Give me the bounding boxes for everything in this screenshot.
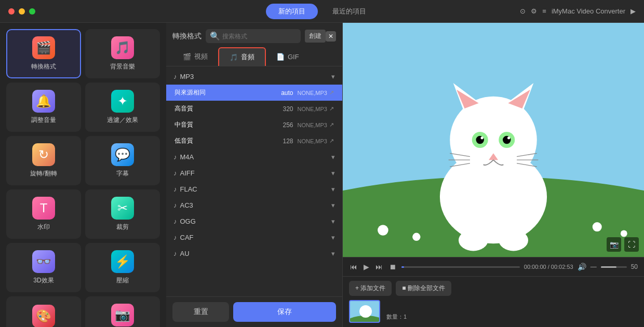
sidebar-item-screenshot[interactable]: 📷 截屏 [85, 296, 160, 327]
format-sub-item-mp3-high[interactable]: 高音質 320 NONE,MP3 ↗ [166, 101, 342, 117]
gif-tab-icon: 📄 [276, 53, 285, 61]
window-controls [8, 8, 35, 15]
sidebar-item-rotate[interactable]: ↻ 旋轉/翻轉 [6, 136, 81, 185]
search-input[interactable] [222, 33, 297, 40]
tab-recent-project[interactable]: 最近的項目 [320, 4, 379, 19]
sidebar-item-3d[interactable]: 👓 3D效果 [6, 243, 81, 292]
format-footer: 重置 保存 [166, 296, 342, 327]
format-group-caf-header[interactable]: ♪CAF [166, 229, 342, 246]
app-logo-icon: ▶ [630, 7, 636, 15]
sidebar-item-volume[interactable]: 🔔 調整音量 [6, 83, 81, 132]
volume-bar[interactable] [601, 266, 627, 268]
format-group-mp3: ♪MP3 與來源相同 auto NONE,MP3 ↗ 高音質 320 NONE,… [166, 69, 342, 149]
format-group-ac3: ♪AC3 [166, 197, 342, 213]
aiff-chevron-icon [331, 169, 335, 177]
mp3-mid-edit-icon[interactable]: ↗ [329, 121, 334, 128]
preview-area: 📷 ⛶ ⏮ ▶ ⏭ ⏹ 00:00:00 / 00:02:53 🔊 — 50 [343, 23, 644, 327]
delete-all-button[interactable]: ■ 刪除全部文件 [396, 281, 451, 296]
svg-point-13 [507, 137, 510, 139]
create-button[interactable]: 創建 [305, 30, 326, 43]
skip-forward-button[interactable]: ⏭ [374, 262, 384, 272]
play-button[interactable]: ▶ [363, 262, 370, 272]
fullscreen-icon-button[interactable]: ⛶ [624, 237, 639, 252]
m4a-format-icon: ♪ [173, 153, 177, 161]
id3-icon: 🎨 [32, 305, 55, 328]
minimize-dot[interactable] [19, 8, 25, 15]
stop-button[interactable]: ⏹ [388, 262, 397, 272]
rotate-icon: ↻ [32, 143, 55, 166]
caf-chevron-icon [331, 234, 335, 241]
format-sub-item-mp3-mid[interactable]: 中音質 256 NONE,MP3 ↗ [166, 117, 342, 133]
sidebar-item-bgmusic[interactable]: 🎵 背景音樂 [85, 29, 160, 78]
mp3-low-edit-icon[interactable]: ↗ [329, 138, 334, 144]
format-group-ogg: ♪OGG [166, 213, 342, 229]
save-button[interactable]: 保存 [233, 302, 336, 322]
sidebar-item-convert[interactable]: 🎬 轉換格式 [6, 29, 81, 78]
format-group-mp3-header[interactable]: ♪MP3 [166, 69, 342, 85]
file-area: + 添加文件 ■ 刪除全部文件 數量：1 [343, 276, 644, 327]
file-count-label: 數量：1 [386, 314, 407, 320]
format-group-m4a-header[interactable]: ♪M4A [166, 149, 342, 165]
search-box[interactable]: 🔍 [206, 29, 301, 43]
ac3-chevron-icon [331, 201, 335, 209]
camera-icon-button[interactable]: 📷 [607, 237, 621, 252]
format-group-au-header[interactable]: ♪AU [166, 246, 342, 262]
reset-button[interactable]: 重置 [172, 302, 229, 322]
player-controls: ⏮ ▶ ⏭ ⏹ 00:00:00 / 00:02:53 🔊 — 50 [343, 257, 644, 276]
svg-point-23 [378, 225, 388, 236]
mp3-same-label: 與來源相同 [175, 88, 281, 97]
mp3-low-value: 128 [283, 138, 293, 145]
search-icon: 🔍 [210, 31, 220, 41]
volume-fill [601, 266, 616, 268]
format-group-ogg-header[interactable]: ♪OGG [166, 213, 342, 229]
sidebar-item-filter[interactable]: ✦ 過濾／效果 [85, 83, 160, 132]
file-thumbnail-1[interactable] [349, 300, 382, 323]
main-area: 🎬 轉換格式 🎵 背景音樂 🔔 調整音量 ✦ 過濾／效果 ↻ 旋轉/翻轉 💬 字… [0, 23, 644, 327]
account-icon[interactable]: ⊙ [520, 7, 526, 15]
progress-bar[interactable] [401, 266, 520, 268]
format-group-ac3-header[interactable]: ♪AC3 [166, 197, 342, 213]
sidebar-item-id3[interactable]: 🎨 ID3 [6, 296, 81, 327]
svg-point-22 [499, 229, 528, 251]
format-group-aiff-header[interactable]: ♪AIFF [166, 165, 342, 181]
mp3-high-codec: NONE,MP3 [298, 106, 327, 112]
mp3-same-edit-icon[interactable]: ↗ [329, 89, 334, 96]
bgmusic-icon: 🎵 [111, 36, 134, 59]
tab-gif[interactable]: 📄 GIF [266, 47, 310, 66]
file-thumbnails: 數量：1 [349, 300, 638, 323]
menu-icon[interactable]: ≡ [542, 7, 546, 15]
titlebar-right: ⊙ ⚙ ≡ iMyMac Video Converter ▶ [520, 7, 636, 15]
sidebar-item-crop[interactable]: ✂ 裁剪 [85, 189, 160, 239]
mp3-mid-label: 中音質 [175, 120, 283, 129]
skip-back-button[interactable]: ⏮ [349, 262, 358, 272]
format-sub-item-mp3-same[interactable]: 與來源相同 auto NONE,MP3 ↗ [166, 85, 342, 101]
aiff-format-icon: ♪ [173, 169, 177, 177]
sidebar-item-subtitle[interactable]: 💬 字幕 [85, 136, 160, 185]
format-tabs: 🎬 視頻 🎵 音頻 📄 GIF [166, 47, 342, 66]
main-tabs: 新的項目 最近的項目 [266, 4, 379, 19]
maximize-dot[interactable] [29, 8, 35, 15]
mp3-mid-value: 256 [283, 121, 293, 129]
subtitle-icon: 💬 [111, 143, 134, 166]
sidebar-label-crop: 裁剪 [116, 223, 129, 231]
volume-number: 50 [631, 263, 638, 270]
format-panel-header: 轉換格式 🔍 創建 ✕ [166, 23, 342, 47]
close-panel-button[interactable]: ✕ [326, 31, 336, 42]
tab-video[interactable]: 🎬 視頻 [172, 47, 218, 66]
tab-audio[interactable]: 🎵 音頻 [218, 47, 266, 66]
close-dot[interactable] [8, 8, 15, 15]
tab-video-label: 視頻 [194, 52, 208, 61]
settings-icon[interactable]: ⚙ [531, 7, 537, 15]
format-group-flac-header[interactable]: ♪FLAC [166, 181, 342, 197]
add-file-button[interactable]: + 添加文件 [349, 281, 392, 296]
volume-dash: — [591, 263, 597, 270]
mp3-high-label: 高音質 [175, 104, 283, 113]
tab-new-project[interactable]: 新的項目 [266, 4, 318, 19]
mp3-high-edit-icon[interactable]: ↗ [329, 105, 334, 112]
format-sub-item-mp3-low[interactable]: 低音質 128 NONE,MP3 ↗ [166, 133, 342, 149]
svg-point-21 [459, 229, 488, 251]
format-group-aiff: ♪AIFF [166, 165, 342, 181]
mp3-same-value: auto [281, 89, 293, 97]
sidebar-item-compress[interactable]: ⚡ 壓縮 [85, 243, 160, 292]
sidebar-item-watermark[interactable]: T 水印 [6, 189, 81, 239]
